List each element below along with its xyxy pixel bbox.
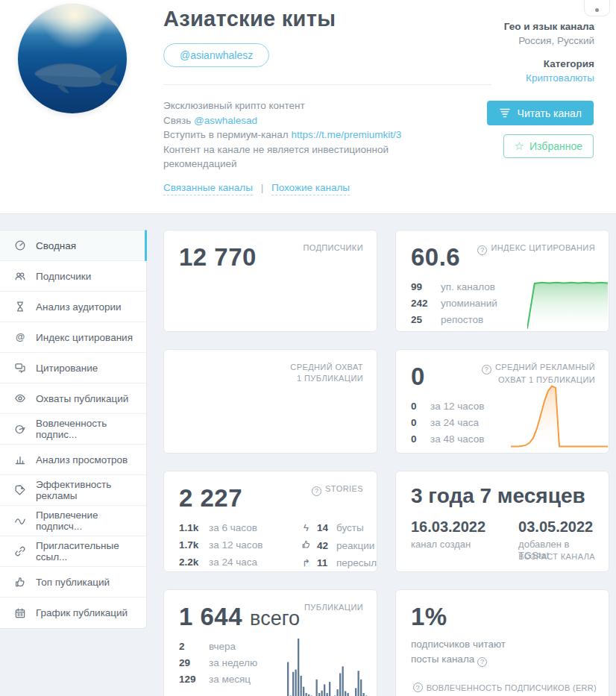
category-value-link[interactable]: Криптовалюты — [526, 72, 594, 84]
users-icon — [14, 270, 26, 282]
channel-meta: Гео и язык канала Россия, Русский Катего… — [504, 19, 594, 85]
whale-photo — [18, 4, 127, 113]
stories-card: 2 227 ?STORIES 1.1kза 6 часов 1.7kза 12 … — [163, 471, 377, 572]
hourglass-icon — [14, 301, 26, 313]
err-card: 1% подписчиков читают посты канала ? ?ВО… — [395, 589, 609, 696]
geo-value: Россия, Русский — [504, 34, 594, 48]
similar-channels-link[interactable]: Похожие каналы — [271, 182, 350, 195]
star-icon: ☆ — [515, 139, 524, 153]
created-date: 16.03.2022 — [411, 518, 485, 536]
thumbs-up-icon — [14, 576, 26, 588]
links-separator: | — [261, 182, 264, 193]
publications-chart — [287, 636, 371, 696]
help-icon[interactable]: ? — [477, 657, 487, 667]
settings-corner-button[interactable] — [584, 0, 610, 16]
stat-row: 1.7kза 12 часов — [179, 539, 289, 551]
header-divider — [163, 84, 491, 85]
wave-icon — [14, 515, 26, 527]
favorite-button[interactable]: ☆ Избранное — [503, 134, 594, 158]
sidebar-item-views-analysis[interactable]: Анализ просмотров — [0, 445, 146, 475]
link-icon — [14, 545, 26, 557]
help-icon[interactable]: ? — [477, 245, 487, 255]
calendar-icon — [14, 607, 26, 619]
page-title: Азиатские киты — [163, 7, 336, 31]
description-line: Эксклюзивный крипто контент — [163, 98, 414, 113]
citation-index-card: 60.6 ?ИНДЕКС ЦИТИРОВАНИЯ 99уп. каналов 2… — [395, 230, 609, 332]
sidebar-item-post-reach[interactable]: Охваты публикаций — [0, 383, 146, 414]
engagement-icon — [14, 423, 26, 435]
at-icon: @ — [14, 331, 26, 343]
channel-age-card-label: ВОЗРАСТ КАНАЛА — [518, 552, 595, 561]
channel-description: Эксклюзивный крипто контент Связь @aswha… — [163, 98, 414, 172]
publications-card-label: ПУБЛИКАЦИИ — [304, 602, 363, 613]
help-icon[interactable]: ? — [482, 365, 491, 374]
gauge-icon — [14, 239, 26, 251]
err-card-label: ?ВОВЛЕЧЕННОСТЬ ПОДПИСЧИКОВ (ERR) — [413, 683, 597, 692]
gear-icon — [595, 8, 599, 12]
sidebar-item-audience-analysis[interactable]: Анализ аудитории — [0, 292, 146, 322]
stories-stats: 1.1kза 6 часов 1.7kза 12 часов 2.2kза 24… — [179, 522, 362, 572]
related-channels-link[interactable]: Связанные каналы — [163, 182, 253, 195]
stat-row: 2.2kза 24 часа — [179, 557, 289, 568]
description-line: Вступить в пермиум-канал https://t.me/pr… — [163, 128, 414, 142]
stat-row: ϟ 14 бусты — [300, 522, 377, 533]
avg-reach-card: СРЕДНИЙ ОХВАТ 1 ПУБЛИКАЦИИ — [163, 349, 377, 454]
sidebar-item-subscriber-acquisition[interactable]: Привлечение подписч... — [0, 506, 146, 536]
channel-header: Азиатские киты @asianwhalesz Эксклюзивны… — [0, 0, 616, 214]
ad-reach-chart — [511, 383, 608, 448]
read-channel-button[interactable]: Читать канал — [487, 101, 594, 125]
stories-action-stats: ϟ 14 бусты 42 реакции ↱ 11 пересылки — [300, 522, 377, 572]
stories-time-stats: 1.1kза 6 часов 1.7kза 12 часов 2.2kза 24… — [179, 522, 289, 572]
stat-row: ↱ 11 пересылки — [300, 557, 377, 568]
subscribers-card: 12 770 ПОДПИСЧИКИ — [163, 230, 377, 332]
sidebar-item-invite-links[interactable]: Пригласительные ссыл... — [0, 536, 146, 567]
reactions-thumb-icon — [300, 539, 312, 551]
channel-links-row: Связанные каналы | Похожие каналы — [163, 182, 350, 193]
premium-channel-link[interactable]: https://t.me/premiumkit/3 — [291, 129, 401, 140]
tag-icon — [14, 484, 26, 496]
citation-index-card-label: ?ИНДЕКС ЦИТИРОВАНИЯ — [477, 242, 595, 255]
created-date-block: 16.03.2022 канал создан — [411, 518, 485, 561]
sidebar-item-summary[interactable]: Сводная — [0, 231, 146, 261]
description-line: Контент на канале не является инвестицио… — [163, 142, 414, 172]
sidebar-item-post-schedule[interactable]: График публикаций — [0, 598, 146, 628]
channel-age-value: 3 года 7 месяцев — [411, 484, 594, 508]
geo-label: Гео и язык канала — [504, 19, 594, 34]
sidebar-item-top-posts[interactable]: Топ публикаций — [0, 567, 146, 598]
boost-bolt-icon: ϟ — [300, 522, 312, 533]
sidebar-item-citation-index[interactable]: @ Индекс цитирования — [0, 322, 146, 353]
feed-lines-icon — [499, 108, 511, 118]
avg-reach-card-label: СРЕДНИЙ ОХВАТ 1 ПУБЛИКАЦИИ — [290, 362, 363, 384]
err-value: 1% — [411, 603, 594, 631]
sidebar-item-citation[interactable]: Цитирование — [0, 353, 146, 383]
stat-row: 42 реакции — [300, 539, 377, 551]
description-line: Связь @aswhalesad — [163, 113, 414, 128]
quote-icon — [14, 362, 26, 374]
subscribers-card-label: ПОДПИСЧИКИ — [303, 242, 363, 254]
stories-card-label: ?STORIES — [312, 483, 363, 496]
main-area: Сводная Подписчики Анализ аудитории @ Ин… — [0, 214, 616, 696]
help-icon[interactable]: ? — [312, 486, 321, 496]
created-date-label: канал создан — [411, 539, 485, 550]
publications-value-suffix: всего — [250, 607, 300, 630]
avg-ad-reach-card: 0 ?СРЕДНИЙ РЕКЛАМНЫЙ ОХВАТ 1 ПУБЛИКАЦИИ … — [395, 349, 609, 454]
channel-age-card: 3 года 7 месяцев 16.03.2022 канал создан… — [395, 471, 609, 572]
channel-avatar — [18, 4, 127, 113]
eye-icon — [14, 392, 26, 404]
category-label: Категория — [504, 57, 594, 71]
bar-chart-icon — [14, 454, 26, 465]
sidebar-item-subscribers[interactable]: Подписчики — [0, 261, 146, 292]
username-badge[interactable]: @asianwhalesz — [163, 43, 269, 67]
forwards-arrow-icon: ↱ — [300, 557, 312, 568]
help-icon[interactable]: ? — [413, 683, 423, 692]
sidebar-item-subscriber-engagement[interactable]: Вовлеченность подпис... — [0, 414, 146, 445]
publications-value: 1 644 — [179, 603, 242, 631]
added-date: 03.05.2022 — [518, 518, 594, 536]
sidebar-nav: Сводная Подписчики Анализ аудитории @ Ин… — [0, 230, 147, 629]
err-description: подписчиков читают посты канала ? — [411, 637, 594, 667]
stats-cards-grid: 12 770 ПОДПИСЧИКИ 60.6 ?ИНДЕКС ЦИТИРОВАН… — [163, 230, 609, 696]
citation-index-chart — [527, 278, 608, 330]
publications-card: 1 644 всего ПУБЛИКАЦИИ 2вчера 29за недел… — [163, 589, 377, 696]
sidebar-item-ad-effectiveness[interactable]: Эффективность рекламы — [0, 475, 146, 506]
contact-link[interactable]: @aswhalesad — [194, 115, 257, 126]
